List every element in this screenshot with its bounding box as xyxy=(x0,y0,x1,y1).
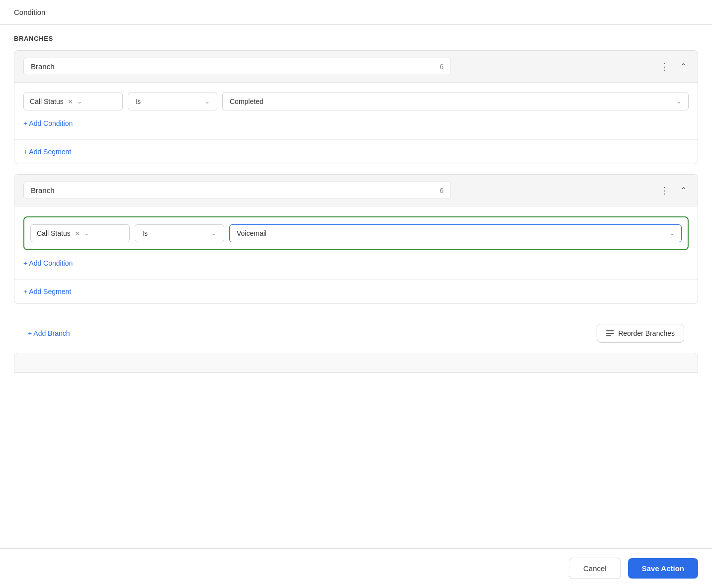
cancel-button[interactable]: Cancel xyxy=(569,558,621,579)
branch-header-2: Branch 6 ⋮ ⌃ xyxy=(14,175,698,206)
field-label-2: Call Status xyxy=(37,229,71,237)
branch-card-1: Branch 6 ⋮ ⌃ Call Status ✕ ⌄ xyxy=(14,50,698,164)
value-select-2[interactable]: Voicemail ⌄ xyxy=(229,224,682,242)
branch-title-input-1[interactable]: Branch 6 xyxy=(23,58,451,75)
operator-select-1[interactable]: Is ⌄ xyxy=(128,93,217,110)
reorder-branches-button[interactable]: Reorder Branches xyxy=(597,324,684,343)
reorder-label: Reorder Branches xyxy=(618,329,675,337)
branch-body-2: Call Status ✕ ⌄ Is ⌄ Voicemail ⌄ + Add C… xyxy=(14,206,698,279)
add-branch-label: + Add Branch xyxy=(28,329,70,337)
add-segment-btn-1[interactable]: + Add Segment xyxy=(23,146,71,158)
operator-chevron-icon-2: ⌄ xyxy=(212,230,217,237)
field-chevron-icon-1[interactable]: ⌄ xyxy=(77,98,82,105)
bottom-actions-row: + Add Branch Reorder Branches xyxy=(14,314,698,353)
add-segment-row-2: + Add Segment xyxy=(14,279,698,303)
condition-row-2-highlighted: Call Status ✕ ⌄ Is ⌄ Voicemail ⌄ xyxy=(23,216,689,250)
field-clear-icon-1[interactable]: ✕ xyxy=(68,98,73,105)
condition-row-1: Call Status ✕ ⌄ Is ⌄ Completed ⌄ xyxy=(23,93,689,110)
save-action-button[interactable]: Save Action xyxy=(628,558,698,579)
partial-branch-card xyxy=(14,353,698,373)
operator-chevron-icon-1: ⌄ xyxy=(205,98,210,105)
add-condition-label-1: + Add Condition xyxy=(23,119,73,127)
value-select-1[interactable]: Completed ⌄ xyxy=(222,93,689,110)
add-segment-label-1: + Add Segment xyxy=(23,148,71,156)
footer-bar: Cancel Save Action xyxy=(0,548,712,588)
cancel-label: Cancel xyxy=(583,564,607,573)
add-segment-label-2: + Add Segment xyxy=(23,288,71,295)
operator-label-2: Is xyxy=(142,229,148,237)
branch-title-text-2: Branch xyxy=(31,186,55,195)
operator-select-2[interactable]: Is ⌄ xyxy=(135,224,224,242)
add-segment-btn-2[interactable]: + Add Segment xyxy=(23,286,71,297)
branch-collapse-icon-2[interactable]: ⌃ xyxy=(678,184,689,197)
branch-title-input-2[interactable]: Branch 6 xyxy=(23,182,451,199)
branch-body-1: Call Status ✕ ⌄ Is ⌄ Completed ⌄ + Add C… xyxy=(14,83,698,139)
branch-actions-1: ⋮ ⌃ xyxy=(658,59,689,74)
add-condition-label-2: + Add Condition xyxy=(23,259,73,267)
condition-label: Condition xyxy=(14,8,45,16)
field-select-1[interactable]: Call Status ✕ ⌄ xyxy=(23,93,123,110)
branch-menu-icon-2[interactable]: ⋮ xyxy=(658,183,671,198)
reorder-icon xyxy=(606,330,614,336)
branch-collapse-icon-1[interactable]: ⌃ xyxy=(678,60,689,73)
value-label-1: Completed xyxy=(230,98,264,105)
condition-bar: Condition xyxy=(0,0,712,25)
branch-title-text-1: Branch xyxy=(31,62,55,71)
branch-card-2: Branch 6 ⋮ ⌃ Call Status ✕ ⌄ xyxy=(14,174,698,304)
operator-label-1: Is xyxy=(135,98,141,105)
field-clear-icon-2[interactable]: ✕ xyxy=(75,230,80,237)
add-branch-button[interactable]: + Add Branch xyxy=(28,329,70,337)
value-chevron-icon-2: ⌄ xyxy=(669,230,674,237)
field-select-2[interactable]: Call Status ✕ ⌄ xyxy=(30,224,130,242)
branch-actions-2: ⋮ ⌃ xyxy=(658,183,689,198)
add-segment-row-1: + Add Segment xyxy=(14,139,698,164)
branch-count-1: 6 xyxy=(440,63,444,71)
branch-menu-icon-1[interactable]: ⋮ xyxy=(658,59,671,74)
value-label-2: Voicemail xyxy=(237,229,267,237)
add-condition-btn-1[interactable]: + Add Condition xyxy=(23,117,73,129)
branch-count-2: 6 xyxy=(440,187,444,195)
branches-section-label: BRANCHES xyxy=(14,35,698,42)
branch-title-group-2: Branch 6 xyxy=(23,182,658,199)
save-action-label: Save Action xyxy=(642,564,684,573)
field-chevron-icon-2[interactable]: ⌄ xyxy=(84,230,89,237)
add-condition-btn-2[interactable]: + Add Condition xyxy=(23,257,73,269)
branch-header-1: Branch 6 ⋮ ⌃ xyxy=(14,51,698,83)
value-chevron-icon-1: ⌄ xyxy=(676,98,681,105)
branch-title-group-1: Branch 6 xyxy=(23,58,658,75)
field-label-1: Call Status xyxy=(30,98,64,105)
main-content: BRANCHES Branch 6 ⋮ ⌃ Call Status xyxy=(0,25,712,588)
